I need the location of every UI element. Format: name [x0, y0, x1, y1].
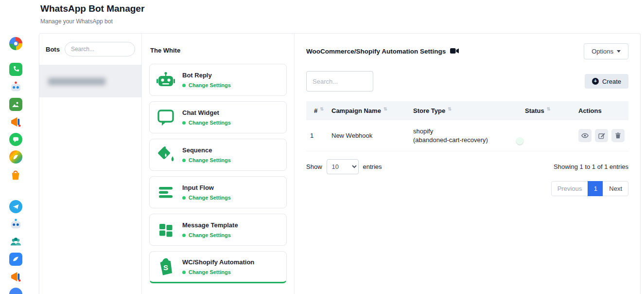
edit-icon [598, 132, 606, 140]
parrot-icon[interactable] [9, 150, 22, 164]
delete-button[interactable] [611, 129, 625, 142]
status-dot [182, 234, 186, 237]
toggle-knob [516, 137, 523, 145]
automation-settings-panel: WooCommerce/Shopify Automation Settings … [295, 34, 640, 294]
page-size-select[interactable]: 10 [327, 159, 359, 174]
sort-icon: ⇅ [547, 107, 551, 111]
bot-menu-panel: The White Bot Reply Change Settings Chat… [142, 34, 295, 294]
options-button[interactable]: Options [584, 43, 628, 59]
status-dot [182, 196, 186, 200]
change-settings-link[interactable]: Change Settings [189, 269, 231, 275]
bot-name-blurred [48, 78, 105, 85]
create-button-label: Create [602, 78, 621, 85]
stream-lines-icon [156, 183, 175, 202]
change-settings-link[interactable]: Change Settings [189, 157, 231, 163]
app-logo-circle [9, 37, 22, 50]
shopping-bag-icon[interactable] [9, 168, 22, 181]
menu-item-bot-reply[interactable]: Bot Reply Change Settings [149, 64, 287, 96]
users-group-icon[interactable] [9, 235, 22, 248]
svg-text:S: S [163, 263, 168, 272]
megaphone-icon[interactable] [9, 115, 22, 129]
table-row: 1 New Webhook shopify (abandoned-cart-re… [306, 120, 628, 151]
menu-item-chat-widget[interactable]: Chat Widget Change Settings [149, 101, 287, 133]
pagination: Previous 1 Next [306, 181, 628, 196]
bots-panel-title: Bots [46, 46, 60, 53]
menu-item-message-template[interactable]: Message Template Change Settings [149, 214, 287, 246]
menu-item-label: Message Template [182, 221, 238, 229]
video-tutorial-icon[interactable] [450, 48, 459, 55]
menu-item-label: WC/Shopify Automation [182, 258, 254, 266]
row-number-cell: 1 [306, 125, 328, 146]
fill-drip-icon [156, 145, 175, 165]
bot-list-item-selected[interactable] [39, 65, 141, 97]
column-header-campaign-name[interactable]: Campaign Name ⇅ [328, 101, 409, 120]
chevron-down-icon [617, 50, 621, 53]
page-1-button[interactable]: 1 [588, 181, 603, 196]
menu-item-label: Input Flow [182, 184, 231, 191]
store-type-cell: shopify (abandoned-cart-recovery) [409, 120, 521, 151]
section-title-row: WooCommerce/Shopify Automation Settings [306, 48, 459, 55]
status-dot [182, 271, 186, 274]
plus-icon: + [592, 78, 599, 85]
entries-label: entries [363, 163, 382, 170]
previous-page-button[interactable]: Previous [551, 181, 589, 196]
status-dot [182, 159, 186, 162]
store-type-line2: (abandoned-cart-recovery) [413, 136, 517, 145]
bot-manager-card: Bots The White Bot Reply Change Settings [39, 33, 641, 294]
menu-item-label: Chat Widget [182, 109, 231, 116]
whatsapp-icon[interactable] [9, 63, 22, 76]
shopify-bag-icon: S [156, 257, 175, 276]
table-search-input[interactable] [306, 71, 373, 92]
telegram-icon[interactable] [9, 200, 22, 213]
app-partial-icon[interactable] [9, 288, 22, 294]
show-label: Show [306, 163, 322, 170]
status-dot [182, 121, 186, 125]
megaphone-2-icon[interactable] [9, 270, 22, 283]
menu-item-sequence[interactable]: Sequence Change Settings [149, 139, 287, 171]
campaigns-table: # ⇅ Campaign Name ⇅ Store Type ⇅ Status … [306, 101, 628, 151]
eye-icon [581, 131, 589, 140]
gallery-green-icon[interactable] [9, 98, 22, 111]
next-page-button[interactable]: Next [603, 181, 628, 196]
change-settings-link[interactable]: Change Settings [189, 195, 231, 201]
column-header-store-type[interactable]: Store Type ⇅ [409, 101, 521, 120]
status-dot [182, 84, 186, 87]
sort-icon: ⇅ [383, 107, 387, 111]
bot-name-title: The White [150, 47, 287, 54]
entries-summary: Showing 1 to 1 of 1 entries [554, 163, 628, 170]
app-logo-icon[interactable] [9, 37, 22, 50]
bots-panel-header: Bots [39, 34, 141, 65]
column-header-actions: Actions [574, 101, 628, 120]
chat-bubble-icon [156, 108, 175, 127]
chatbot-icon[interactable] [9, 80, 22, 93]
table-header-row: # ⇅ Campaign Name ⇅ Store Type ⇅ Status … [306, 101, 628, 120]
bird-blue-icon[interactable] [9, 253, 22, 266]
section-title: WooCommerce/Shopify Automation Settings [306, 48, 446, 55]
menu-item-input-flow[interactable]: Input Flow Change Settings [149, 176, 287, 208]
actions-cell [574, 122, 628, 149]
trash-icon [614, 132, 622, 139]
options-button-label: Options [592, 48, 613, 55]
page-header: WhatsApp Bot Manager Manage your WhatsAp… [40, 3, 144, 25]
store-type-line1: shopify [413, 127, 517, 136]
telegram-bot-icon[interactable] [9, 218, 22, 231]
change-settings-link[interactable]: Change Settings [189, 120, 231, 126]
view-button[interactable] [578, 129, 592, 142]
bots-search-input[interactable] [65, 42, 135, 56]
chat-green-icon[interactable] [9, 133, 22, 146]
column-header-num[interactable]: # ⇅ [306, 101, 328, 120]
create-button[interactable]: + Create [585, 74, 628, 89]
edit-button[interactable] [595, 129, 608, 142]
status-cell [521, 129, 574, 143]
menu-item-label: Bot Reply [182, 72, 231, 79]
sort-icon: ⇅ [448, 107, 452, 111]
change-settings-link[interactable]: Change Settings [189, 82, 231, 88]
grid-icon [156, 220, 175, 239]
sort-icon: ⇅ [320, 107, 324, 111]
column-header-status[interactable]: Status ⇅ [521, 101, 574, 120]
change-settings-link[interactable]: Change Settings [189, 232, 231, 238]
page-subtitle: Manage your WhatsApp bot [40, 18, 144, 25]
campaign-name-cell: New Webhook [328, 125, 409, 146]
menu-item-wc-shopify-automation[interactable]: S WC/Shopify Automation Change Settings [149, 251, 287, 283]
app-icon-rail [0, 0, 31, 294]
